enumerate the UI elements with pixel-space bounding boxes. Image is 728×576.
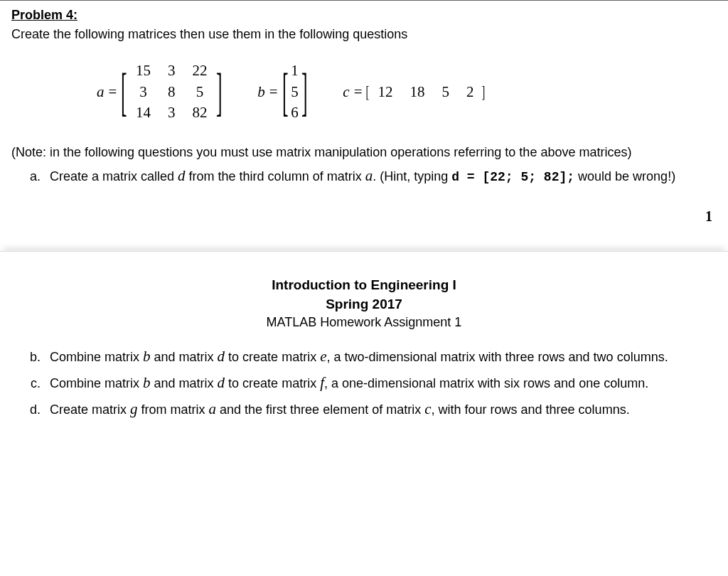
text: and matrix	[151, 350, 218, 364]
right-bracket: ]	[216, 74, 223, 111]
var-d: d	[178, 167, 186, 184]
matrix-c: c = [ 12 18 5 2 ]	[343, 80, 485, 105]
matrix-cell: 22	[184, 60, 216, 81]
part-a: Create a matrix called d from the third …	[44, 166, 717, 186]
problem-instruction: Create the following matrices then use t…	[11, 26, 717, 43]
problem-title: Problem 4:	[11, 6, 717, 24]
var-b: b	[143, 374, 151, 391]
text: , a one-dimensional matrix with six rows…	[324, 376, 648, 390]
var-a: a	[209, 400, 217, 417]
part-d: Create matrix g from matrix a and the fi…	[44, 399, 717, 420]
matrix-cell: 12	[369, 82, 401, 102]
part-b: Combine matrix b and matrix d to create …	[44, 346, 717, 367]
matrix-cell: 5	[288, 82, 301, 102]
text: , a two-dimensional matrix with three ro…	[326, 350, 668, 364]
var-c: c	[424, 400, 431, 417]
matrix-cell: 14	[127, 102, 159, 123]
right-bracket: ]	[482, 80, 486, 105]
matrix-cell: 3	[159, 60, 184, 81]
text: Create a matrix called	[50, 169, 178, 183]
text: and the first three element of matrix	[216, 402, 424, 417]
left-bracket: [	[282, 74, 289, 111]
matrix-cell: 5	[433, 82, 458, 102]
equals-sign: =	[269, 82, 278, 102]
text: . (Hint, typing	[373, 169, 451, 183]
matrix-b-label: b	[257, 82, 265, 102]
var-a: a	[365, 167, 373, 184]
header-assignment: MATLAB Homework Assignment 1	[11, 314, 717, 331]
page-header: Introduction to Engineering I Spring 201…	[11, 276, 717, 331]
left-bracket: [	[366, 80, 370, 105]
text: Create matrix	[50, 402, 130, 417]
var-d: d	[218, 348, 225, 365]
page-number: 1	[11, 206, 717, 226]
right-bracket: ]	[301, 74, 308, 111]
matrix-cell: 15	[127, 60, 159, 81]
matrix-cell: 18	[401, 82, 433, 102]
matrix-b: b = [ 1 5 6 ]	[257, 60, 307, 123]
matrix-a: a = [ 15 3 22 3 8 5 14	[97, 60, 222, 123]
text: to create matrix	[225, 350, 320, 364]
document-page: Problem 4: Create the following matrices…	[0, 0, 728, 440]
text: and matrix	[151, 376, 218, 390]
text: to create matrix	[225, 376, 320, 390]
var-b: b	[143, 348, 151, 365]
matrix-cell: 5	[184, 82, 216, 102]
text: would be wrong!)	[574, 169, 675, 183]
matrix-cell: 1	[288, 60, 301, 81]
matrix-c-label: c	[343, 82, 349, 102]
equals-sign: =	[109, 82, 117, 102]
parts-list-continued: Combine matrix b and matrix d to create …	[11, 346, 717, 420]
var-d: d	[218, 374, 225, 391]
equals-sign: =	[354, 82, 363, 102]
matrix-cell: 3	[159, 102, 184, 123]
page-break-shadow	[11, 226, 717, 276]
left-bracket: [	[121, 74, 127, 111]
text: , with four rows and three columns.	[432, 402, 630, 417]
matrix-cell: 3	[127, 82, 159, 102]
matrix-b-body: [ 1 5 6 ]	[282, 60, 308, 123]
matrix-cell: 8	[159, 82, 184, 102]
header-term: Spring 2017	[11, 295, 717, 314]
header-course: Introduction to Engineering I	[11, 276, 717, 295]
matrix-a-body: [ 15 3 22 3 8 5 14 3 82	[121, 60, 222, 123]
part-c: Combine matrix b and matrix d to create …	[44, 373, 717, 393]
matrix-cell: 82	[184, 102, 216, 123]
note-text: (Note: in the following questions you mu…	[11, 144, 717, 161]
code-sample: d = [22; 5; 82];	[451, 170, 574, 184]
text: from matrix	[138, 402, 209, 417]
equations-row: a = [ 15 3 22 3 8 5 14	[97, 60, 717, 123]
text: Combine matrix	[50, 350, 143, 364]
matrix-cell: 2	[458, 82, 483, 102]
text: Combine matrix	[50, 376, 143, 390]
var-g: g	[130, 400, 138, 417]
parts-list: Create a matrix called d from the third …	[11, 166, 717, 186]
matrix-c-body: [ 12 18 5 2 ]	[366, 80, 485, 105]
matrix-cell: 6	[288, 102, 301, 123]
matrix-a-label: a	[97, 82, 105, 102]
text: from the third column of matrix	[186, 169, 365, 183]
